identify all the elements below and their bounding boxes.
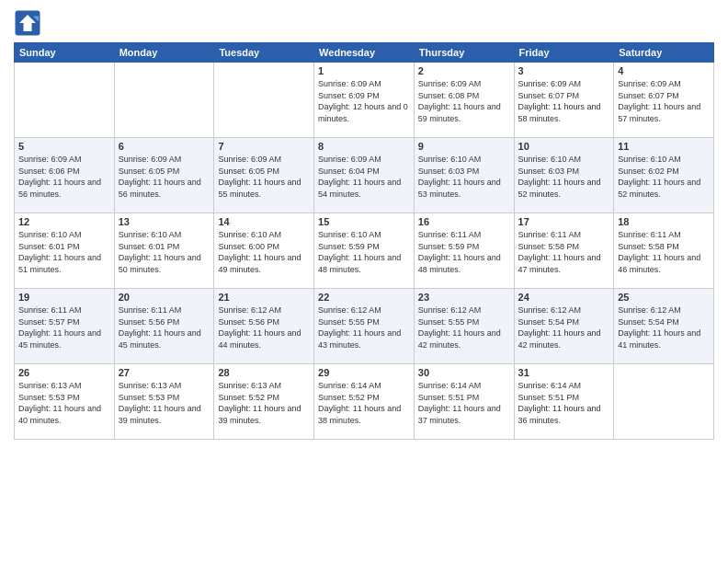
calendar-cell: 24 Sunrise: 6:12 AM Sunset: 5:54 PM Dayl… bbox=[514, 289, 614, 364]
day-info: Sunrise: 6:11 AM Sunset: 5:57 PM Dayligh… bbox=[18, 304, 110, 350]
day-number: 16 bbox=[418, 216, 510, 227]
calendar-cell: 27 Sunrise: 6:13 AM Sunset: 5:53 PM Dayl… bbox=[114, 364, 214, 440]
calendar-cell: 14 Sunrise: 6:10 AM Sunset: 6:00 PM Dayl… bbox=[214, 213, 314, 289]
day-info: Sunrise: 6:12 AM Sunset: 5:54 PM Dayligh… bbox=[518, 304, 610, 350]
day-info: Sunrise: 6:14 AM Sunset: 5:51 PM Dayligh… bbox=[418, 380, 510, 426]
logo bbox=[14, 9, 45, 37]
day-info: Sunrise: 6:11 AM Sunset: 5:56 PM Dayligh… bbox=[119, 304, 210, 350]
day-number: 3 bbox=[518, 65, 610, 76]
day-info: Sunrise: 6:10 AM Sunset: 6:02 PM Dayligh… bbox=[618, 154, 710, 200]
day-info: Sunrise: 6:09 AM Sunset: 6:06 PM Dayligh… bbox=[18, 154, 110, 200]
day-info: Sunrise: 6:09 AM Sunset: 6:07 PM Dayligh… bbox=[618, 78, 710, 124]
calendar-cell: 2 Sunrise: 6:09 AM Sunset: 6:08 PM Dayli… bbox=[414, 63, 514, 138]
day-info: Sunrise: 6:09 AM Sunset: 6:09 PM Dayligh… bbox=[318, 78, 410, 124]
calendar-cell: 11 Sunrise: 6:10 AM Sunset: 6:02 PM Dayl… bbox=[614, 138, 714, 213]
day-number: 25 bbox=[618, 292, 710, 303]
weekday-header: Saturday bbox=[614, 43, 714, 63]
calendar-cell: 31 Sunrise: 6:14 AM Sunset: 5:51 PM Dayl… bbox=[514, 364, 614, 440]
day-number: 29 bbox=[318, 367, 410, 378]
day-info: Sunrise: 6:09 AM Sunset: 6:04 PM Dayligh… bbox=[318, 154, 410, 200]
calendar-cell: 15 Sunrise: 6:10 AM Sunset: 5:59 PM Dayl… bbox=[314, 213, 415, 289]
weekday-header: Monday bbox=[114, 43, 214, 63]
calendar-cell: 30 Sunrise: 6:14 AM Sunset: 5:51 PM Dayl… bbox=[414, 364, 514, 440]
day-number: 12 bbox=[18, 216, 110, 227]
day-info: Sunrise: 6:11 AM Sunset: 5:59 PM Dayligh… bbox=[418, 229, 510, 275]
day-info: Sunrise: 6:13 AM Sunset: 5:53 PM Dayligh… bbox=[18, 380, 110, 426]
day-info: Sunrise: 6:11 AM Sunset: 5:58 PM Dayligh… bbox=[518, 229, 610, 275]
calendar-cell bbox=[614, 364, 714, 440]
calendar-week-row: 12 Sunrise: 6:10 AM Sunset: 6:01 PM Dayl… bbox=[15, 213, 714, 289]
calendar-cell: 19 Sunrise: 6:11 AM Sunset: 5:57 PM Dayl… bbox=[15, 289, 115, 364]
day-number: 24 bbox=[518, 292, 610, 303]
calendar-cell bbox=[214, 63, 314, 138]
day-number: 8 bbox=[318, 141, 410, 152]
day-number: 20 bbox=[119, 292, 210, 303]
day-number: 19 bbox=[18, 292, 110, 303]
weekday-header: Tuesday bbox=[214, 43, 314, 63]
day-number: 17 bbox=[518, 216, 610, 227]
day-number: 30 bbox=[418, 367, 510, 378]
calendar-cell: 3 Sunrise: 6:09 AM Sunset: 6:07 PM Dayli… bbox=[514, 63, 614, 138]
day-number: 2 bbox=[418, 65, 510, 76]
calendar-cell: 23 Sunrise: 6:12 AM Sunset: 5:55 PM Dayl… bbox=[414, 289, 514, 364]
calendar-cell: 25 Sunrise: 6:12 AM Sunset: 5:54 PM Dayl… bbox=[614, 289, 714, 364]
day-number: 26 bbox=[18, 367, 110, 378]
day-number: 6 bbox=[119, 141, 210, 152]
calendar-cell: 12 Sunrise: 6:10 AM Sunset: 6:01 PM Dayl… bbox=[15, 213, 115, 289]
day-number: 21 bbox=[218, 292, 310, 303]
calendar-week-row: 26 Sunrise: 6:13 AM Sunset: 5:53 PM Dayl… bbox=[15, 364, 714, 440]
day-info: Sunrise: 6:10 AM Sunset: 5:59 PM Dayligh… bbox=[318, 229, 410, 275]
day-number: 5 bbox=[18, 141, 110, 152]
calendar-cell: 8 Sunrise: 6:09 AM Sunset: 6:04 PM Dayli… bbox=[314, 138, 415, 213]
calendar-cell bbox=[15, 63, 115, 138]
calendar-week-row: 19 Sunrise: 6:11 AM Sunset: 5:57 PM Dayl… bbox=[15, 289, 714, 364]
calendar-cell: 9 Sunrise: 6:10 AM Sunset: 6:03 PM Dayli… bbox=[414, 138, 514, 213]
day-number: 11 bbox=[618, 141, 710, 152]
day-info: Sunrise: 6:12 AM Sunset: 5:55 PM Dayligh… bbox=[318, 304, 410, 350]
day-info: Sunrise: 6:14 AM Sunset: 5:51 PM Dayligh… bbox=[518, 380, 610, 426]
calendar-cell: 28 Sunrise: 6:13 AM Sunset: 5:52 PM Dayl… bbox=[214, 364, 314, 440]
day-info: Sunrise: 6:09 AM Sunset: 6:07 PM Dayligh… bbox=[518, 78, 610, 124]
page-container: SundayMondayTuesdayWednesdayThursdayFrid… bbox=[0, 0, 728, 563]
day-number: 14 bbox=[218, 216, 310, 227]
calendar-cell: 16 Sunrise: 6:11 AM Sunset: 5:59 PM Dayl… bbox=[414, 213, 514, 289]
calendar-cell: 22 Sunrise: 6:12 AM Sunset: 5:55 PM Dayl… bbox=[314, 289, 415, 364]
day-number: 15 bbox=[318, 216, 410, 227]
calendar-cell bbox=[114, 63, 214, 138]
calendar-cell: 7 Sunrise: 6:09 AM Sunset: 6:05 PM Dayli… bbox=[214, 138, 314, 213]
calendar-cell: 6 Sunrise: 6:09 AM Sunset: 6:05 PM Dayli… bbox=[114, 138, 214, 213]
calendar-cell: 13 Sunrise: 6:10 AM Sunset: 6:01 PM Dayl… bbox=[114, 213, 214, 289]
day-info: Sunrise: 6:10 AM Sunset: 6:03 PM Dayligh… bbox=[518, 154, 610, 200]
calendar-cell: 4 Sunrise: 6:09 AM Sunset: 6:07 PM Dayli… bbox=[614, 63, 714, 138]
day-info: Sunrise: 6:12 AM Sunset: 5:54 PM Dayligh… bbox=[618, 304, 710, 350]
day-number: 22 bbox=[318, 292, 410, 303]
calendar-cell: 17 Sunrise: 6:11 AM Sunset: 5:58 PM Dayl… bbox=[514, 213, 614, 289]
calendar-cell: 18 Sunrise: 6:11 AM Sunset: 5:58 PM Dayl… bbox=[614, 213, 714, 289]
day-info: Sunrise: 6:09 AM Sunset: 6:05 PM Dayligh… bbox=[218, 154, 310, 200]
day-info: Sunrise: 6:10 AM Sunset: 6:00 PM Dayligh… bbox=[218, 229, 310, 275]
day-number: 28 bbox=[218, 367, 310, 378]
weekday-header: Thursday bbox=[414, 43, 514, 63]
day-info: Sunrise: 6:09 AM Sunset: 6:08 PM Dayligh… bbox=[418, 78, 510, 124]
weekday-header: Sunday bbox=[15, 43, 115, 63]
day-info: Sunrise: 6:14 AM Sunset: 5:52 PM Dayligh… bbox=[318, 380, 410, 426]
calendar-cell: 26 Sunrise: 6:13 AM Sunset: 5:53 PM Dayl… bbox=[15, 364, 115, 440]
page-header bbox=[14, 9, 714, 37]
calendar-week-row: 1 Sunrise: 6:09 AM Sunset: 6:09 PM Dayli… bbox=[15, 63, 714, 138]
calendar-table: SundayMondayTuesdayWednesdayThursdayFrid… bbox=[14, 42, 714, 440]
day-number: 31 bbox=[518, 367, 610, 378]
weekday-header-row: SundayMondayTuesdayWednesdayThursdayFrid… bbox=[15, 43, 714, 63]
day-number: 10 bbox=[518, 141, 610, 152]
day-info: Sunrise: 6:13 AM Sunset: 5:52 PM Dayligh… bbox=[218, 380, 310, 426]
day-number: 27 bbox=[119, 367, 210, 378]
calendar-cell: 5 Sunrise: 6:09 AM Sunset: 6:06 PM Dayli… bbox=[15, 138, 115, 213]
day-number: 23 bbox=[418, 292, 510, 303]
day-info: Sunrise: 6:09 AM Sunset: 6:05 PM Dayligh… bbox=[119, 154, 210, 200]
weekday-header: Friday bbox=[514, 43, 614, 63]
day-info: Sunrise: 6:11 AM Sunset: 5:58 PM Dayligh… bbox=[618, 229, 710, 275]
calendar-cell: 21 Sunrise: 6:12 AM Sunset: 5:56 PM Dayl… bbox=[214, 289, 314, 364]
weekday-header: Wednesday bbox=[314, 43, 415, 63]
day-number: 4 bbox=[618, 65, 710, 76]
calendar-cell: 1 Sunrise: 6:09 AM Sunset: 6:09 PM Dayli… bbox=[314, 63, 415, 138]
calendar-cell: 20 Sunrise: 6:11 AM Sunset: 5:56 PM Dayl… bbox=[114, 289, 214, 364]
